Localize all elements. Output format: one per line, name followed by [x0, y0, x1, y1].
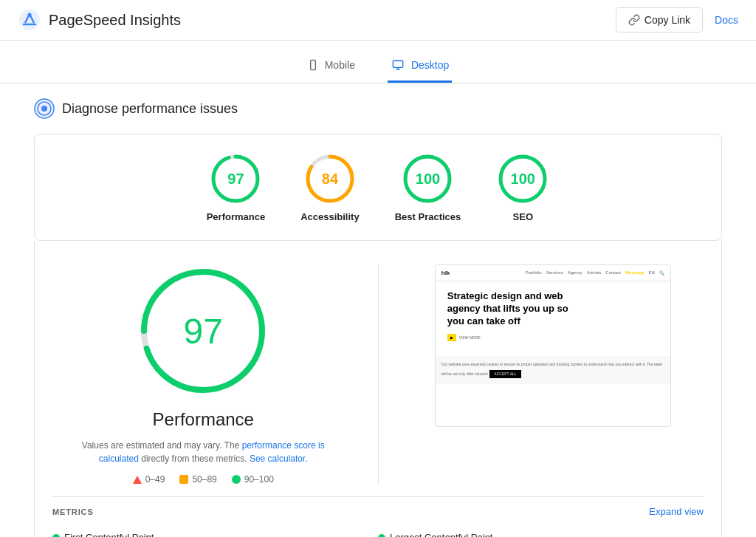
score-label-best-practices: Best Practices: [395, 211, 461, 222]
score-circle-performance: 97: [209, 152, 262, 205]
scores-card: 97 Performance 84 Accessibility: [34, 134, 722, 241]
legend-average: 50–89: [179, 474, 216, 485]
pagespeed-logo: [18, 8, 41, 32]
big-gauge: 97: [137, 264, 269, 397]
cta-badge: ▶: [447, 334, 456, 341]
legend-row: 0–49 50–89 90–100: [133, 474, 274, 485]
performance-detail-card: 97 Performance Values are estimated and …: [34, 241, 722, 537]
score-item-performance: 97 Performance: [207, 152, 265, 222]
screenshot-logo: hlk: [441, 270, 450, 276]
metric-lcp-dot: [378, 534, 385, 538]
score-label-performance: Performance: [207, 211, 265, 222]
tab-mobile[interactable]: Mobile: [304, 52, 358, 83]
metric-fcp: First Contentful Paint 0.3s: [52, 526, 378, 537]
score-circle-best-practices: 100: [401, 152, 454, 205]
link-icon: [628, 14, 640, 26]
screenshot-frame: hlk Portfolio Services Agency Articles C…: [435, 264, 671, 427]
metrics-grid: First Contentful Paint 0.3s Largest Cont…: [52, 526, 704, 537]
performance-title: Performance: [153, 409, 254, 430]
vertical-divider: [378, 264, 379, 485]
cta-text: VIEW MORE: [459, 335, 481, 340]
screenshot-navbar: hlk Portfolio Services Agency Articles C…: [436, 265, 670, 281]
scores-row: 97 Performance 84 Accessibility: [52, 152, 704, 222]
metric-lcp-label-row: Largest Contentful Paint: [378, 532, 704, 537]
tab-desktop[interactable]: Desktop: [388, 52, 452, 83]
metric-lcp-label: Largest Contentful Paint: [390, 532, 492, 537]
screenshot-hero-title: Strategic design and webagency that lift…: [447, 290, 659, 328]
score-value-seo: 100: [511, 171, 535, 188]
svg-point-1: [28, 13, 32, 17]
performance-detail-inner: 97 Performance Values are estimated and …: [52, 264, 704, 485]
docs-link[interactable]: Docs: [715, 14, 738, 26]
average-icon: [179, 475, 188, 484]
legend-pass: 90–100: [232, 474, 274, 485]
score-value-accessibility: 84: [322, 171, 338, 188]
mobile-icon: [307, 58, 319, 72]
pass-icon: [232, 475, 241, 484]
metrics-title: METRICS: [52, 507, 94, 516]
diagnose-icon: [34, 98, 55, 119]
screenshot-hero: Strategic design and webagency that lift…: [436, 281, 670, 350]
diagnose-section: Diagnose performance issues: [34, 95, 722, 122]
svg-point-0: [19, 10, 40, 30]
svg-rect-4: [393, 61, 402, 67]
score-value-performance: 97: [227, 171, 244, 188]
screenshot-accept-btn: ACCEPT ALL: [489, 370, 520, 378]
header: PageSpeed Insights Copy Link Docs: [0, 0, 756, 41]
metrics-header: METRICS Expand view: [52, 506, 704, 517]
legend-fail: 0–49: [133, 474, 165, 485]
score-label-seo: SEO: [513, 211, 533, 222]
app-title: PageSpeed Insights: [49, 12, 181, 29]
calculator-link[interactable]: See calculator.: [250, 454, 308, 464]
expand-view-link[interactable]: Expand view: [649, 506, 704, 517]
score-circle-seo: 100: [496, 152, 549, 205]
screenshot-cta: ▶ VIEW MORE: [447, 334, 659, 341]
page-content: Diagnose performance issues 97 Performan…: [16, 95, 740, 537]
diagnose-title: Diagnose performance issues: [62, 101, 238, 117]
tabs-container: Mobile Desktop: [0, 41, 756, 83]
big-gauge-value: 97: [184, 311, 223, 352]
metric-fcp-label-row: First Contentful Paint: [52, 532, 378, 537]
copy-link-button[interactable]: Copy Link: [616, 7, 703, 33]
fail-icon: [133, 476, 142, 484]
score-item-seo: 100 SEO: [496, 152, 549, 222]
header-left: PageSpeed Insights: [18, 8, 181, 32]
score-item-accessibility: 84 Accessibility: [300, 152, 360, 222]
metrics-section: METRICS Expand view First Contentful Pai…: [52, 496, 704, 537]
score-value-best-practices: 100: [416, 171, 440, 188]
header-right: Copy Link Docs: [616, 7, 738, 33]
metric-fcp-dot: [52, 534, 60, 538]
score-label-accessibility: Accessibility: [300, 211, 360, 222]
metric-fcp-label: First Contentful Paint: [64, 532, 154, 537]
performance-right: hlk Portfolio Services Agency Articles C…: [402, 264, 704, 427]
svg-point-9: [41, 106, 47, 112]
desktop-icon: [391, 59, 405, 71]
metric-lcp: Largest Contentful Paint 0.8s: [378, 526, 704, 537]
screenshot-nav-links: Portfolio Services Agency Articles Conta…: [526, 270, 664, 276]
score-item-best-practices: 100 Best Practices: [395, 152, 461, 222]
performance-left: 97 Performance Values are estimated and …: [52, 264, 354, 485]
screenshot-cookie-notice: Our website uses essential cookies to en…: [436, 356, 670, 384]
performance-description: Values are estimated and may vary. The p…: [70, 439, 336, 465]
score-circle-accessibility: 84: [303, 152, 357, 205]
